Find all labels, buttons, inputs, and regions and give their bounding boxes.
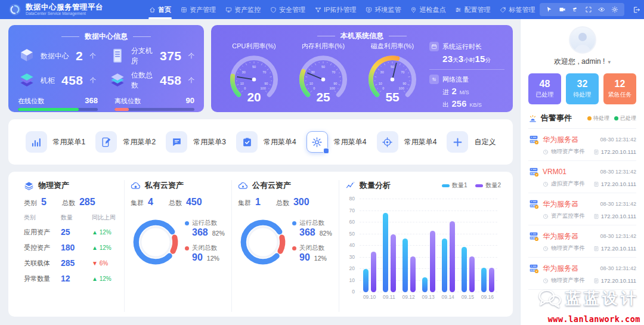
quick-menu-item-2[interactable]: 常用菜单3: [166, 131, 226, 153]
physical-asset-row-2[interactable]: 关联载体285▼ 6%: [24, 255, 118, 271]
svg-text:30: 30: [242, 70, 246, 74]
traffic-icon: [429, 75, 439, 84]
logout-button[interactable]: [630, 6, 643, 14]
bar-group-09.11: [383, 199, 396, 292]
layers-icon: [24, 181, 34, 191]
physical-asset-row-0[interactable]: 应用资产25▲ 12%: [24, 224, 118, 240]
public-cluster-summary: 集群1: [238, 197, 261, 208]
physical-asset-row-1[interactable]: 受控资产180▲ 12%: [24, 240, 118, 255]
right-sidebar: 欢迎您 , admin ! ▾ 48已处理32待处理12紧急任务 告警事件 待处…: [520, 19, 644, 325]
bar-数量2-09.15[interactable]: [469, 256, 475, 293]
bar-数量2-09.14[interactable]: [450, 221, 455, 292]
bar-数量1-09.10[interactable]: [363, 269, 369, 292]
alert-item-0[interactable]: 华为服务器08-30 12:31:42 物理资产事件172.20.10.111: [528, 129, 636, 161]
bar-数量2-09.11[interactable]: [391, 234, 396, 293]
nav-item-8[interactable]: 标签管理: [495, 0, 540, 19]
user-menu[interactable]: 欢迎您 , admin ! ▾: [528, 57, 636, 67]
alert-item-1[interactable]: VRM0108-30 12:31:42 虚拟资产事件172.20.10.111: [528, 161, 636, 193]
bar-数量1-09.15[interactable]: [462, 247, 467, 292]
alerts-legend-done[interactable]: 已处理: [614, 114, 636, 122]
uptime-label: 系统运行时长: [442, 42, 482, 51]
user-avatar[interactable]: [569, 26, 596, 54]
physical-assets-section: 物理资产 类别5 总数285 类别 数量 同比上周 应用资产25▲ 12%受控资…: [18, 180, 124, 312]
quick-menu-item-6[interactable]: 自定义: [447, 131, 496, 153]
legend-running: 运行总数 36882%: [292, 219, 333, 238]
col-header-count: 数量: [61, 213, 92, 222]
svg-text:10: 10: [379, 82, 382, 85]
alerts-legend-pending[interactable]: 待处理: [587, 114, 609, 122]
system-gauges: CPU利用率(%)0103050709010020内存利用率(%)0103050…: [219, 42, 427, 109]
x-tick-label: 09.15: [462, 294, 474, 300]
shield-icon: [270, 7, 277, 13]
bar-数量2-09.10[interactable]: [371, 252, 376, 292]
camera-button[interactable]: [572, 6, 579, 13]
fullscreen-button[interactable]: [585, 6, 592, 13]
bar-数量2-09.16[interactable]: [489, 268, 494, 292]
gear-button[interactable]: [611, 6, 618, 13]
svg-text:10: 10: [309, 82, 313, 85]
app-title: 数据中心服务管理平台: [26, 4, 103, 11]
quick-menu-item-4[interactable]: 常用菜单4: [306, 131, 367, 153]
server-icon: [528, 263, 539, 274]
nav-item-5[interactable]: 环境监管: [361, 0, 405, 19]
y-tick-label: 0: [352, 289, 355, 295]
bar-数量1-09.16[interactable]: [481, 268, 487, 292]
svg-text:20: 20: [247, 90, 261, 104]
stat-card-1[interactable]: 32待处理: [566, 73, 599, 104]
physical-asset-row-3[interactable]: 异常数量12▲ 12%: [24, 271, 118, 286]
public-cloud-donut-chart: [238, 217, 288, 267]
watermark-url: www.lanlanwork.com: [548, 314, 640, 324]
stat-card-2[interactable]: 12紧急任务: [603, 73, 636, 104]
nav-item-4[interactable]: IP拓扑管理: [310, 0, 361, 19]
legend-stopped: 关闭总数 9012%: [292, 244, 333, 263]
video-button[interactable]: [559, 6, 566, 13]
quick-menu-item-1[interactable]: 常用菜单2: [95, 131, 156, 153]
svg-text:70: 70: [332, 70, 335, 74]
eye-button[interactable]: [598, 6, 605, 13]
chart-legend-0[interactable]: 数量1: [442, 181, 467, 190]
alert-item-4[interactable]: 华为服务器08-30 12:31:42 物理资产事件172.20.10.111: [528, 258, 636, 290]
nav-item-1[interactable]: 资产管理: [176, 0, 221, 19]
stat-card-0[interactable]: 48已处理: [528, 73, 561, 104]
svg-text:30: 30: [380, 70, 384, 74]
alert-item-2[interactable]: 华为服务器08-30 12:31:42 资产监控事件172.20.10.111: [528, 193, 636, 225]
bar-数量2-09.13[interactable]: [430, 231, 435, 292]
ip-doc-icon: [593, 213, 599, 219]
progress-0: 在线位数368: [18, 96, 98, 111]
pointer-icon: [546, 6, 553, 13]
server-icon: [528, 199, 539, 209]
traffic-row-1: 出256KB/S: [442, 98, 504, 109]
uptime-value: 23天3小时15分: [442, 54, 504, 64]
person-icon: [571, 29, 595, 52]
quick-menu-item-5[interactable]: 常用菜单4: [377, 131, 437, 153]
physical-total-summary: 总数285: [62, 197, 95, 208]
alert-item-3[interactable]: 华为服务器08-30 12:31:42 物理资产事件172.20.10.111: [528, 225, 636, 258]
branch-room-icon: [109, 47, 126, 65]
x-tick-label: 09.14: [442, 294, 454, 300]
bar-group-09.15: [462, 199, 475, 292]
nav-item-6[interactable]: 巡检盘点: [405, 0, 450, 19]
alerts-title: 告警事件: [541, 113, 572, 123]
welcome-text: 欢迎您 , admin !: [554, 57, 605, 67]
nav-item-2[interactable]: 资产监控: [221, 0, 265, 19]
alert-time: 08-30 12:31:42: [600, 233, 636, 239]
nav-item-7[interactable]: 配置管理: [450, 0, 495, 19]
bar-数量2-09.12[interactable]: [410, 256, 416, 293]
nav-item-3[interactable]: 安全管理: [265, 0, 310, 19]
quick-menu-item-0[interactable]: 常用菜单1: [26, 131, 86, 153]
home-icon: [149, 7, 156, 13]
chart-legend-1[interactable]: 数量2: [475, 181, 501, 190]
target-icon: [382, 137, 393, 148]
svg-text:70: 70: [401, 70, 404, 74]
bar-数量1-09.12[interactable]: [402, 239, 408, 292]
pointer-button[interactable]: [546, 6, 553, 13]
bar-数量1-09.11[interactable]: [383, 213, 388, 292]
traffic-row-0: 进2M/S: [442, 86, 504, 97]
bar-数量1-09.14[interactable]: [442, 239, 447, 292]
alert-ip: 172.20.10.111: [593, 181, 636, 187]
nav-item-0[interactable]: 首页: [144, 0, 176, 19]
bar-数量1-09.13[interactable]: [422, 277, 428, 292]
alert-device-name: 华为服务器: [543, 231, 578, 242]
col-header-category: 类别: [24, 213, 61, 222]
quick-menu-item-3[interactable]: 常用菜单4: [236, 131, 296, 153]
